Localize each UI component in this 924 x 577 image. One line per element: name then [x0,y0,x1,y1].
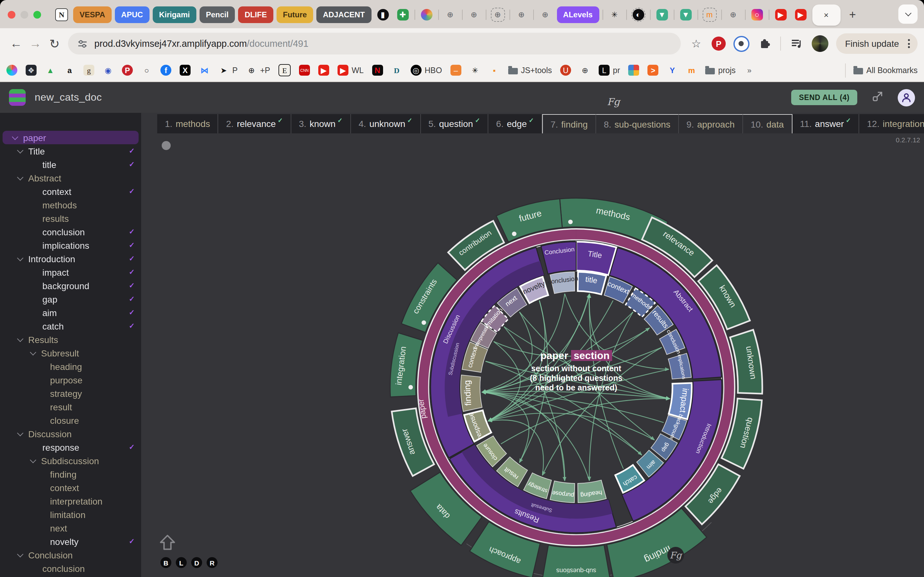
tree-item-impact[interactable]: impact✓ [0,266,141,279]
address-bar[interactable]: prod.d3vkyimsej47xr.amplifyapp.com/docum… [68,33,681,55]
media-playlist-icon[interactable] [788,36,804,51]
zoom-window-button[interactable] [33,11,41,19]
pinned-tab-apuc[interactable]: APUC [115,6,150,23]
question-tab-methods[interactable]: 1.methods [157,114,218,133]
app-logo-icon[interactable] [9,89,26,106]
tree-item-novelty[interactable]: novelty✓ [0,535,141,548]
bookmark-bluesky-icon[interactable]: ⋈ [199,65,210,76]
bookmark-instagram-icon[interactable]: ○ [141,65,152,76]
site-settings-icon[interactable] [77,38,88,49]
bookmark-star-icon[interactable]: ☆ [688,36,704,51]
question-tab-finding[interactable]: 7.finding [542,114,596,133]
tree-item-conclusion[interactable]: conclusion [0,562,141,575]
profile-avatar[interactable] [812,35,829,52]
bookmark-tinkercad-icon[interactable] [628,65,640,76]
bookmark-trello-icon[interactable]: ❖ [26,65,37,76]
expand-icon[interactable] [871,90,884,105]
bookmark-goodreads-icon[interactable]: g [83,65,94,76]
pinned-tab-dlife[interactable]: DLIFE [238,6,273,23]
question-tab-sub-questions[interactable]: 8.sub-questions [596,114,679,133]
tree-item-context[interactable]: context [0,481,141,494]
youtube-icon[interactable]: ▶ [792,6,809,23]
tree-item-subresult[interactable]: Subresult [0,346,141,359]
question-tab-known[interactable]: 3.known✓ [291,114,351,133]
browser-menu-icon[interactable] [904,39,914,48]
tree-item-subdiscussion[interactable]: Subdiscussion [0,454,141,467]
tree-item-catch[interactable]: catch✓ [0,319,141,333]
chevron-down-icon[interactable] [17,335,23,342]
chevron-down-icon[interactable] [30,349,36,355]
moon-app-icon[interactable]: ◐ [630,6,646,23]
chevron-down-icon[interactable] [17,174,23,180]
all-bookmarks-button[interactable]: All Bookmarks [853,66,918,75]
back-button[interactable]: ← [6,34,26,53]
bookmark-amazon-icon[interactable]: a [64,65,75,76]
question-tab-edge[interactable]: 6.edge✓ [488,114,542,133]
question-tab-approach[interactable]: 9.approach [679,114,743,133]
pinned-tab-adjacent[interactable]: ADJACENT [317,6,371,23]
instagram-icon[interactable]: ○ [748,6,765,23]
leaf-icon[interactable]: ▼ [677,6,694,23]
send-all-button[interactable]: SEND ALL (4) [791,90,857,105]
bookmark-orange-card-icon[interactable]: – [451,65,461,76]
bookmark-cursor-icon[interactable]: ➤P [218,65,238,76]
tab-search-button[interactable] [898,5,918,24]
bookmark-cnn-icon[interactable]: CNN [299,65,310,76]
forward-button[interactable]: → [26,34,45,53]
tree-item-title[interactable]: title✓ [0,158,141,171]
tree-item-discussion[interactable]: Discussion [0,427,141,440]
new-tab-button[interactable]: + [843,6,861,24]
question-tab-data[interactable]: 10.data [743,114,792,133]
user-avatar[interactable] [898,89,915,106]
youtube-icon[interactable]: ▶ [772,6,789,23]
tree-item-methods[interactable]: methods [0,198,141,211]
tree-item-context[interactable]: context✓ [0,185,141,198]
globe-dashed-icon[interactable]: ⊕ [489,6,506,23]
bookmark-globe-icon[interactable]: ⊕+P [246,65,270,76]
mode-button-b[interactable]: B [160,557,171,568]
tree-item-interpretation[interactable]: interpretation [0,494,141,508]
tree-item-paper[interactable]: paper [3,131,139,144]
tree-item-aim[interactable]: aim✓ [0,306,141,319]
globe-icon[interactable]: ⊕ [442,6,459,23]
chevron-down-icon[interactable] [12,133,18,140]
question-tab-integration[interactable]: 12.integration [859,114,924,133]
globe-icon[interactable]: ⊕ [725,6,741,23]
tree-item-results[interactable]: results [0,211,141,225]
pinned-tab-alevels[interactable]: ALevels [557,6,599,23]
bookmark-pinterest-icon[interactable]: P [122,65,133,76]
bookmark-person-icon[interactable]: Y [667,65,678,76]
globe-icon[interactable]: ⊕ [465,6,482,23]
chevron-down-icon[interactable] [17,255,23,261]
notion-icon[interactable]: N [53,6,70,23]
tree-item-results[interactable]: Results [0,333,141,346]
bookmark-netflix-icon[interactable]: N [372,65,383,76]
pinned-tab-kirigami[interactable]: Kirigami [153,6,196,23]
bookmark-l-icon[interactable]: Lpr [599,65,620,76]
bookmark-overflow-chevrons[interactable]: » [744,65,755,76]
finish-update-button[interactable]: Finish update [836,33,918,54]
tree-item-limitation[interactable]: limitation [0,508,141,521]
tree-item-abstract[interactable]: Abstract [0,171,141,185]
close-window-button[interactable] [8,11,15,19]
password-extension-icon[interactable] [733,35,750,52]
question-tab-unknown[interactable]: 4.unknown✓ [351,114,421,133]
reload-button[interactable]: ↻ [45,34,64,53]
chevron-down-icon[interactable] [17,551,23,557]
tree-item-implications[interactable]: implications✓ [0,239,141,252]
media-app-icon[interactable]: ▮ [375,6,391,23]
question-tab-question[interactable]: 5.question✓ [421,114,488,133]
mode-button-r[interactable]: R [207,557,218,568]
mode-button-d[interactable]: D [191,557,202,568]
bookmark-figma-icon[interactable] [6,65,17,76]
moodle-icon[interactable]: m [701,6,718,23]
bookmark-hbo-icon[interactable]: ◎HBO [410,65,442,76]
tree-item-background[interactable]: background✓ [0,279,141,292]
bookmark-x-icon[interactable]: X [180,65,191,76]
tree-item-title[interactable]: Title✓ [0,144,141,158]
pinned-tab-pencil[interactable]: Pencil [200,6,235,23]
question-tab-answer[interactable]: 11.answer✓ [792,114,859,133]
tree-item-result[interactable]: result [0,400,141,414]
sheet-icon[interactable]: ✚ [394,6,411,23]
tree-item-introduction[interactable]: Introduction✓ [0,252,141,266]
